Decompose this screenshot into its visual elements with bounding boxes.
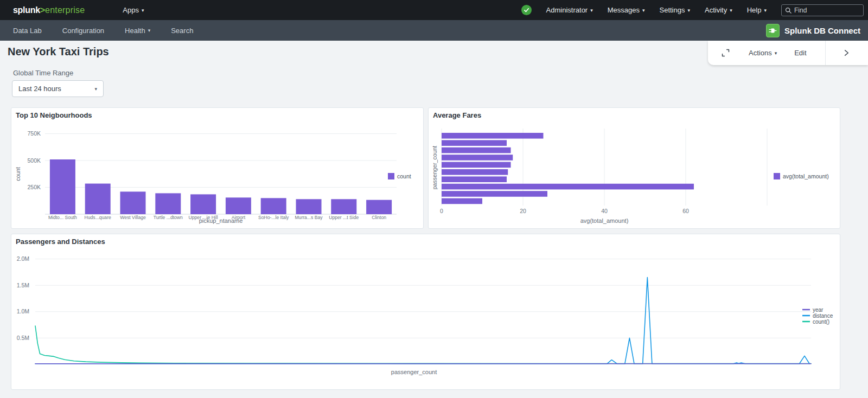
- find-input[interactable]: [794, 7, 854, 14]
- plug-icon: [766, 24, 780, 37]
- apps-menu-label: Apps: [123, 6, 139, 14]
- panel-top10-neighbourhoods: Top 10 Neigbourhoods 250K500K750KMidto..…: [11, 107, 424, 229]
- svg-text:passenger_count: passenger_count: [391, 369, 437, 375]
- svg-text:0: 0: [440, 208, 443, 214]
- svg-text:count: count: [397, 173, 411, 179]
- svg-text:0.5M: 0.5M: [17, 335, 29, 341]
- svg-text:2.0M: 2.0M: [17, 255, 29, 262]
- activity-menu[interactable]: Activity: [705, 6, 732, 14]
- time-range-label: Global Time Range: [13, 69, 73, 77]
- edit-button[interactable]: Edit: [794, 49, 806, 57]
- nav-data-lab[interactable]: Data Lab: [13, 27, 42, 35]
- svg-text:West Village: West Village: [120, 215, 146, 220]
- svg-text:Murra...s Bay: Murra...s Bay: [295, 215, 323, 220]
- actions-button-label: Actions: [749, 49, 772, 57]
- svg-text:year: year: [813, 307, 824, 313]
- svg-text:1.0M: 1.0M: [17, 308, 29, 314]
- caret-down-icon: [94, 86, 97, 92]
- svg-text:SoHo-...le Italy: SoHo-...le Italy: [258, 215, 289, 220]
- page-title: New York Taxi Trips: [8, 46, 109, 58]
- activity-menu-label: Activity: [705, 6, 727, 14]
- chart-title: Average Fares: [433, 111, 481, 119]
- logo-gt-text: >: [40, 5, 45, 15]
- svg-text:250K: 250K: [27, 184, 41, 190]
- svg-text:20: 20: [520, 208, 526, 214]
- dashboard-toolbar: Actions Edit: [708, 41, 868, 65]
- line-chart-passengers-distances: 0.5M1.0M1.5M2.0Mpassenger_countyeardista…: [11, 234, 840, 389]
- nav-data-lab-label: Data Lab: [13, 27, 42, 35]
- nav-search[interactable]: Search: [171, 27, 193, 35]
- svg-text:1.5M: 1.5M: [17, 282, 29, 288]
- svg-text:pickup_ntaname: pickup_ntaname: [199, 217, 243, 224]
- actions-button[interactable]: Actions: [749, 49, 777, 57]
- svg-text:750K: 750K: [27, 130, 41, 137]
- svg-text:avg(total_amount): avg(total_amount): [783, 173, 829, 179]
- administrator-menu[interactable]: Administrator: [546, 6, 593, 14]
- nav-health[interactable]: Health: [125, 27, 150, 35]
- logo-splunk-text: splunk: [13, 5, 40, 15]
- app-title: Splunk DB Connect: [784, 26, 860, 35]
- svg-text:500K: 500K: [27, 157, 41, 164]
- settings-menu-label: Settings: [660, 6, 685, 14]
- svg-text:passenger_count: passenger_count: [431, 146, 438, 190]
- nav-configuration-label: Configuration: [62, 27, 104, 35]
- nav-health-label: Health: [125, 27, 145, 35]
- nav-configuration[interactable]: Configuration: [62, 27, 104, 35]
- panel-average-fares: Average Fares 0204060passenger_countavg(…: [428, 107, 840, 229]
- svg-text:Huds...quare: Huds...quare: [85, 215, 111, 220]
- bar-chart-top10-neighbourhoods: 250K500K750KMidto... SouthHuds...quareWe…: [11, 108, 423, 228]
- chart-title: Top 10 Neigbourhoods: [16, 111, 92, 119]
- top-navbar: splunk>enterprise Apps Administrator Mes…: [0, 0, 868, 20]
- time-range-value: Last 24 hours: [18, 85, 94, 93]
- svg-text:count: count: [15, 167, 21, 181]
- messages-menu-label: Messages: [608, 6, 640, 14]
- edit-button-label: Edit: [794, 49, 806, 57]
- find-search[interactable]: [781, 4, 864, 16]
- app-navbar: Data Lab Configuration Health Search Spl…: [0, 20, 868, 41]
- svg-text:count(): count(): [813, 319, 829, 325]
- chevron-right-icon[interactable]: [826, 49, 868, 56]
- settings-menu[interactable]: Settings: [660, 6, 691, 14]
- apps-menu[interactable]: Apps: [123, 6, 144, 14]
- magnifier-icon: [785, 7, 792, 14]
- splunk-logo[interactable]: splunk>enterprise: [13, 5, 85, 15]
- svg-text:Turtle ...dtown: Turtle ...dtown: [154, 215, 183, 220]
- help-menu[interactable]: Help: [747, 6, 767, 14]
- svg-text:40: 40: [601, 208, 608, 214]
- expand-icon[interactable]: [721, 48, 730, 57]
- chart-title: Passengers and Distances: [16, 237, 105, 246]
- app-identity[interactable]: Splunk DB Connect: [766, 24, 860, 37]
- time-range-dropdown[interactable]: Last 24 hours: [12, 80, 104, 97]
- check-circle-icon[interactable]: [521, 5, 532, 15]
- svg-text:distance: distance: [813, 313, 833, 319]
- administrator-menu-label: Administrator: [546, 6, 588, 14]
- panel-passengers-distances: Passengers and Distances 0.5M1.0M1.5M2.0…: [11, 234, 840, 390]
- svg-text:avg(total_amount): avg(total_amount): [580, 217, 629, 224]
- nav-search-label: Search: [171, 27, 193, 35]
- svg-text:60: 60: [682, 208, 689, 214]
- messages-menu[interactable]: Messages: [608, 6, 645, 14]
- svg-text:Upper ...t Side: Upper ...t Side: [329, 215, 359, 220]
- logo-enterprise-text: enterprise: [45, 5, 85, 15]
- svg-text:Clinton: Clinton: [372, 215, 386, 220]
- help-menu-label: Help: [747, 6, 762, 14]
- svg-text:Midto... South: Midto... South: [48, 215, 77, 220]
- hbar-chart-average-fares: 0204060passenger_countavg(total_amount)a…: [429, 108, 840, 228]
- checkmark-glyph: [524, 7, 529, 13]
